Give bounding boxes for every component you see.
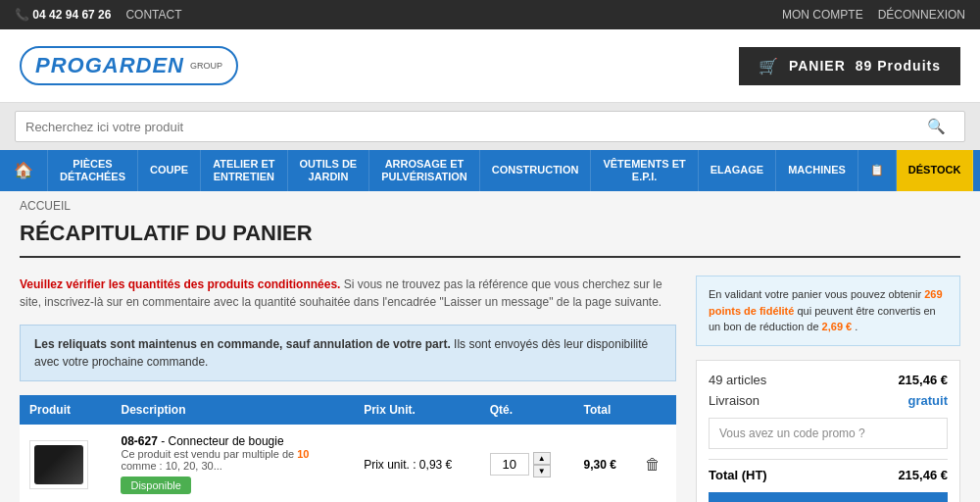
table-header-row: Produit Description Prix Unit. Qté. Tota… bbox=[20, 395, 676, 425]
product-qty-cell: ▲ ▼ bbox=[480, 425, 574, 502]
fidelity-bon: 2,69 € bbox=[822, 321, 853, 332]
fidelity-text1: En validant votre panier vous pouvez obt… bbox=[709, 288, 924, 300]
cart-icon: 🛒 bbox=[759, 57, 779, 75]
page-title: RÉCAPITULATIF DU PANIER bbox=[20, 221, 960, 258]
product-multiple: Ce produit est vendu par multiple de 10 bbox=[121, 448, 344, 460]
qty-up-btn[interactable]: ▲ bbox=[533, 452, 551, 465]
product-ref: 08-627 bbox=[121, 434, 157, 448]
header: PROGARDEN GROUP 🛒 PANIER 89 Produits bbox=[0, 29, 980, 103]
nav-item-coupe[interactable]: COUPE bbox=[138, 150, 201, 191]
fidelity-text3: . bbox=[855, 321, 858, 332]
cart-table: Produit Description Prix Unit. Qté. Tota… bbox=[20, 395, 676, 502]
top-bar: 📞 04 42 94 67 26 CONTACT MON COMPTE DÉCO… bbox=[0, 0, 980, 29]
warning-bold: Veuillez vérifier les quantités des prod… bbox=[20, 277, 340, 291]
product-image-cell bbox=[20, 425, 111, 502]
product-image bbox=[29, 440, 88, 489]
product-price: Prix unit. : 0,93 € bbox=[364, 458, 452, 472]
col-total: Total bbox=[574, 395, 635, 425]
product-total-cell: 9,30 € bbox=[574, 425, 635, 502]
qty-buttons: ▲ ▼ bbox=[533, 452, 551, 477]
cart-layout: Veuillez vérifier les quantités des prod… bbox=[20, 276, 960, 502]
livraison-label: Livraison bbox=[709, 393, 760, 408]
articles-value: 215,46 € bbox=[898, 373, 948, 387]
product-multiple-rest: comme : 10, 20, 30... bbox=[121, 460, 344, 472]
search-input-wrap: 🔍 bbox=[15, 111, 965, 142]
logo-group: GROUP bbox=[190, 61, 222, 71]
col-prix: Prix Unit. bbox=[354, 395, 480, 425]
total-ht-row: Total (HT) 215,46 € bbox=[709, 459, 948, 482]
summary-box: 49 articles 215,46 € Livraison gratuit V… bbox=[696, 360, 960, 503]
fidelity-box: En validant votre panier vous pouvez obt… bbox=[696, 276, 960, 346]
nav-item-destock[interactable]: DÉSTOCK bbox=[897, 150, 974, 191]
nav-item-home[interactable]: 🏠 bbox=[0, 150, 48, 191]
deconnexion-link[interactable]: DÉCONNEXION bbox=[878, 8, 965, 22]
logo-box: PROGARDEN GROUP bbox=[20, 46, 238, 85]
search-bar: 🔍 bbox=[0, 103, 980, 150]
col-actions bbox=[635, 395, 676, 425]
promo-placeholder: Vous avez un code promo ? bbox=[719, 427, 865, 440]
breadcrumb: ACCUEIL bbox=[0, 191, 980, 221]
nav-item-vetements[interactable]: VÊTEMENTS ETE.P.I. bbox=[591, 150, 698, 191]
main-content: RÉCAPITULATIF DU PANIER Veuillez vérifie… bbox=[0, 221, 980, 502]
nav-item-machines[interactable]: MACHINES bbox=[776, 150, 858, 191]
col-description: Description bbox=[111, 395, 354, 425]
qty-down-btn[interactable]: ▼ bbox=[533, 465, 551, 477]
product-desc-cell: 08-627 - Connecteur de bougie Ce produit… bbox=[111, 425, 354, 502]
cart-area[interactable]: 🛒 PANIER 89 Produits bbox=[739, 47, 960, 85]
badge-disponible: Disponible bbox=[121, 477, 190, 494]
logo-area[interactable]: PROGARDEN GROUP bbox=[20, 46, 238, 85]
summary-livraison-row: Livraison gratuit bbox=[709, 393, 948, 408]
product-name: - Connecteur de bougie bbox=[161, 434, 283, 448]
promo-box[interactable]: Vous avez un code promo ? bbox=[709, 418, 948, 449]
qty-wrap: ▲ ▼ bbox=[490, 452, 564, 477]
product-price-cell: Prix unit. : 0,93 € bbox=[354, 425, 480, 502]
articles-label: 49 articles bbox=[709, 373, 766, 387]
total-ht-label: Total (HT) bbox=[709, 468, 767, 482]
total-ht-value: 215,46 € bbox=[898, 468, 948, 482]
delete-btn[interactable]: 🗑 bbox=[645, 456, 661, 473]
cart-left: Veuillez vérifier les quantités des prod… bbox=[20, 276, 676, 502]
qty-input[interactable] bbox=[490, 453, 529, 476]
search-icon: 🔍 bbox=[927, 118, 946, 135]
info-bold: Les reliquats sont maintenus en commande… bbox=[34, 337, 451, 351]
contact-link[interactable]: CONTACT bbox=[125, 8, 181, 22]
col-qte: Qté. bbox=[480, 395, 574, 425]
nav-item-elagage[interactable]: ELAGAGE bbox=[699, 150, 776, 191]
nav-item-outils[interactable]: OUTILS DEJARDIN bbox=[288, 150, 370, 191]
nav-item-doc[interactable]: 📋 bbox=[858, 150, 897, 191]
order-button[interactable]: COMMANDER bbox=[709, 492, 948, 503]
nav-item-atelier[interactable]: ATELIER ETENTRETIEN bbox=[201, 150, 287, 191]
multiple-val: 10 bbox=[297, 448, 309, 460]
phone-number: 📞 04 42 94 67 26 bbox=[15, 8, 111, 22]
nav-item-construction[interactable]: CONSTRUCTION bbox=[480, 150, 592, 191]
col-produit: Produit bbox=[20, 395, 111, 425]
product-img-inner bbox=[34, 445, 83, 484]
livraison-value: gratuit bbox=[908, 393, 948, 408]
product-total: 9,30 € bbox=[584, 458, 616, 472]
cart-right: En validant votre panier vous pouvez obt… bbox=[696, 276, 960, 502]
search-input[interactable] bbox=[25, 120, 927, 134]
mon-compte-link[interactable]: MON COMPTE bbox=[782, 8, 863, 22]
logo-text: PROGARDEN bbox=[35, 53, 184, 78]
product-delete-cell[interactable]: 🗑 bbox=[635, 425, 676, 502]
nav-item-pieces[interactable]: PIÈCESDÉTACHÉES bbox=[48, 150, 138, 191]
summary-articles-row: 49 articles 215,46 € bbox=[709, 373, 948, 387]
cart-count: 89 Produits bbox=[856, 58, 941, 74]
nav-item-arrosage[interactable]: ARROSAGE ETPULVÉRISATION bbox=[369, 150, 480, 191]
nav-bar: 🏠 PIÈCESDÉTACHÉES COUPE ATELIER ETENTRET… bbox=[0, 150, 980, 191]
table-row: 08-627 - Connecteur de bougie Ce produit… bbox=[20, 425, 676, 502]
cart-label: PANIER bbox=[789, 58, 846, 74]
warning-message: Veuillez vérifier les quantités des prod… bbox=[20, 276, 676, 311]
info-message: Les reliquats sont maintenus en commande… bbox=[20, 325, 676, 381]
